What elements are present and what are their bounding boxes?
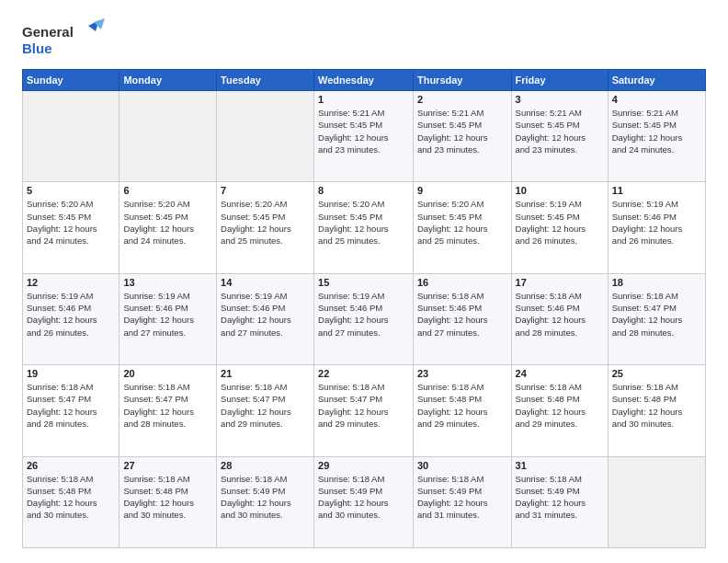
- calendar-cell: 2Sunrise: 5:21 AM Sunset: 5:45 PM Daylig…: [413, 91, 511, 182]
- day-info: Sunrise: 5:18 AM Sunset: 5:48 PM Dayligh…: [27, 473, 115, 522]
- calendar-cell: 12Sunrise: 5:19 AM Sunset: 5:46 PM Dayli…: [23, 273, 119, 364]
- calendar-cell: 3Sunrise: 5:21 AM Sunset: 5:45 PM Daylig…: [511, 91, 608, 182]
- day-info: Sunrise: 5:18 AM Sunset: 5:48 PM Dayligh…: [123, 473, 212, 522]
- calendar-cell: 26Sunrise: 5:18 AM Sunset: 5:48 PM Dayli…: [23, 456, 119, 547]
- day-number: 12: [27, 277, 115, 288]
- day-number: 27: [123, 460, 212, 471]
- day-number: 8: [318, 185, 409, 196]
- day-number: 24: [516, 368, 604, 379]
- calendar-cell: [119, 91, 217, 182]
- calendar-cell: 18Sunrise: 5:18 AM Sunset: 5:47 PM Dayli…: [608, 273, 705, 364]
- day-number: 11: [612, 185, 701, 196]
- week-row-4: 19Sunrise: 5:18 AM Sunset: 5:47 PM Dayli…: [23, 365, 706, 456]
- day-info: Sunrise: 5:21 AM Sunset: 5:45 PM Dayligh…: [318, 107, 409, 155]
- calendar-cell: 11Sunrise: 5:19 AM Sunset: 5:46 PM Dayli…: [608, 182, 705, 273]
- day-number: 15: [318, 277, 409, 288]
- weekday-saturday: Saturday: [608, 70, 705, 91]
- day-number: 23: [417, 368, 507, 379]
- day-info: Sunrise: 5:19 AM Sunset: 5:46 PM Dayligh…: [123, 290, 212, 339]
- day-info: Sunrise: 5:18 AM Sunset: 5:47 PM Dayligh…: [221, 381, 310, 430]
- calendar-cell: 5Sunrise: 5:20 AM Sunset: 5:45 PM Daylig…: [23, 182, 119, 273]
- weekday-thursday: Thursday: [413, 70, 511, 91]
- calendar-cell: 13Sunrise: 5:19 AM Sunset: 5:46 PM Dayli…: [119, 273, 217, 364]
- weekday-header-row: SundayMondayTuesdayWednesdayThursdayFrid…: [23, 70, 706, 91]
- day-info: Sunrise: 5:19 AM Sunset: 5:46 PM Dayligh…: [318, 290, 409, 339]
- weekday-monday: Monday: [119, 70, 217, 91]
- calendar-cell: [23, 91, 119, 182]
- day-number: 5: [27, 185, 115, 196]
- weekday-sunday: Sunday: [23, 70, 119, 91]
- calendar-cell: 24Sunrise: 5:18 AM Sunset: 5:48 PM Dayli…: [511, 365, 608, 456]
- calendar: SundayMondayTuesdayWednesdayThursdayFrid…: [22, 69, 706, 548]
- calendar-cell: 17Sunrise: 5:18 AM Sunset: 5:46 PM Dayli…: [511, 273, 608, 364]
- day-number: 30: [417, 460, 507, 471]
- week-row-5: 26Sunrise: 5:18 AM Sunset: 5:48 PM Dayli…: [23, 456, 706, 547]
- week-row-2: 5Sunrise: 5:20 AM Sunset: 5:45 PM Daylig…: [23, 182, 706, 273]
- calendar-cell: 19Sunrise: 5:18 AM Sunset: 5:47 PM Dayli…: [23, 365, 119, 456]
- day-number: 14: [221, 277, 310, 288]
- calendar-cell: 14Sunrise: 5:19 AM Sunset: 5:46 PM Dayli…: [217, 273, 314, 364]
- calendar-cell: 20Sunrise: 5:18 AM Sunset: 5:47 PM Dayli…: [119, 365, 217, 456]
- day-number: 13: [123, 277, 212, 288]
- day-info: Sunrise: 5:21 AM Sunset: 5:45 PM Dayligh…: [417, 107, 507, 155]
- day-number: 4: [612, 94, 701, 105]
- day-number: 22: [318, 368, 409, 379]
- day-info: Sunrise: 5:21 AM Sunset: 5:45 PM Dayligh…: [516, 107, 604, 155]
- logo-icon: General Blue: [22, 18, 105, 60]
- calendar-body: 1Sunrise: 5:21 AM Sunset: 5:45 PM Daylig…: [23, 91, 706, 548]
- day-info: Sunrise: 5:20 AM Sunset: 5:45 PM Dayligh…: [318, 198, 409, 247]
- day-number: 29: [318, 460, 409, 471]
- header: General Blue: [22, 18, 706, 60]
- day-info: Sunrise: 5:18 AM Sunset: 5:46 PM Dayligh…: [516, 290, 604, 339]
- day-info: Sunrise: 5:19 AM Sunset: 5:46 PM Dayligh…: [221, 290, 310, 339]
- day-number: 26: [27, 460, 115, 471]
- day-info: Sunrise: 5:21 AM Sunset: 5:45 PM Dayligh…: [612, 107, 701, 155]
- day-number: 19: [27, 368, 115, 379]
- calendar-cell: 23Sunrise: 5:18 AM Sunset: 5:48 PM Dayli…: [413, 365, 511, 456]
- day-info: Sunrise: 5:18 AM Sunset: 5:47 PM Dayligh…: [612, 290, 701, 339]
- day-number: 16: [417, 277, 507, 288]
- calendar-cell: 6Sunrise: 5:20 AM Sunset: 5:45 PM Daylig…: [119, 182, 217, 273]
- day-info: Sunrise: 5:20 AM Sunset: 5:45 PM Dayligh…: [123, 198, 212, 247]
- calendar-cell: [217, 91, 314, 182]
- week-row-1: 1Sunrise: 5:21 AM Sunset: 5:45 PM Daylig…: [23, 91, 706, 182]
- day-info: Sunrise: 5:18 AM Sunset: 5:49 PM Dayligh…: [221, 473, 310, 522]
- calendar-cell: 16Sunrise: 5:18 AM Sunset: 5:46 PM Dayli…: [413, 273, 511, 364]
- calendar-cell: 4Sunrise: 5:21 AM Sunset: 5:45 PM Daylig…: [608, 91, 705, 182]
- day-info: Sunrise: 5:18 AM Sunset: 5:49 PM Dayligh…: [318, 473, 409, 522]
- day-number: 7: [221, 185, 310, 196]
- calendar-cell: 1Sunrise: 5:21 AM Sunset: 5:45 PM Daylig…: [314, 91, 414, 182]
- weekday-tuesday: Tuesday: [217, 70, 314, 91]
- day-number: 2: [417, 94, 507, 105]
- day-number: 1: [318, 94, 409, 105]
- day-info: Sunrise: 5:18 AM Sunset: 5:49 PM Dayligh…: [516, 473, 604, 522]
- day-info: Sunrise: 5:19 AM Sunset: 5:45 PM Dayligh…: [516, 198, 604, 247]
- day-info: Sunrise: 5:18 AM Sunset: 5:46 PM Dayligh…: [417, 290, 507, 339]
- calendar-cell: 15Sunrise: 5:19 AM Sunset: 5:46 PM Dayli…: [314, 273, 414, 364]
- day-info: Sunrise: 5:18 AM Sunset: 5:47 PM Dayligh…: [123, 381, 212, 430]
- day-info: Sunrise: 5:18 AM Sunset: 5:48 PM Dayligh…: [612, 381, 701, 430]
- calendar-cell: 29Sunrise: 5:18 AM Sunset: 5:49 PM Dayli…: [314, 456, 414, 547]
- weekday-wednesday: Wednesday: [314, 70, 414, 91]
- calendar-cell: 27Sunrise: 5:18 AM Sunset: 5:48 PM Dayli…: [119, 456, 217, 547]
- calendar-cell: 22Sunrise: 5:18 AM Sunset: 5:47 PM Dayli…: [314, 365, 414, 456]
- day-info: Sunrise: 5:20 AM Sunset: 5:45 PM Dayligh…: [417, 198, 507, 247]
- day-info: Sunrise: 5:18 AM Sunset: 5:48 PM Dayligh…: [516, 381, 604, 430]
- calendar-cell: 8Sunrise: 5:20 AM Sunset: 5:45 PM Daylig…: [314, 182, 414, 273]
- week-row-3: 12Sunrise: 5:19 AM Sunset: 5:46 PM Dayli…: [23, 273, 706, 364]
- calendar-cell: 30Sunrise: 5:18 AM Sunset: 5:49 PM Dayli…: [413, 456, 511, 547]
- day-number: 31: [516, 460, 604, 471]
- day-info: Sunrise: 5:18 AM Sunset: 5:47 PM Dayligh…: [318, 381, 409, 430]
- day-number: 6: [123, 185, 212, 196]
- svg-text:Blue: Blue: [22, 40, 52, 56]
- calendar-cell: [608, 456, 705, 547]
- day-number: 21: [221, 368, 310, 379]
- day-info: Sunrise: 5:18 AM Sunset: 5:49 PM Dayligh…: [417, 473, 507, 522]
- day-number: 10: [516, 185, 604, 196]
- weekday-friday: Friday: [511, 70, 608, 91]
- day-info: Sunrise: 5:20 AM Sunset: 5:45 PM Dayligh…: [221, 198, 310, 247]
- day-info: Sunrise: 5:18 AM Sunset: 5:47 PM Dayligh…: [27, 381, 115, 430]
- calendar-cell: 7Sunrise: 5:20 AM Sunset: 5:45 PM Daylig…: [217, 182, 314, 273]
- day-info: Sunrise: 5:20 AM Sunset: 5:45 PM Dayligh…: [27, 198, 115, 247]
- page: General Blue SundayMondayTuesdayWednesda…: [0, 0, 728, 563]
